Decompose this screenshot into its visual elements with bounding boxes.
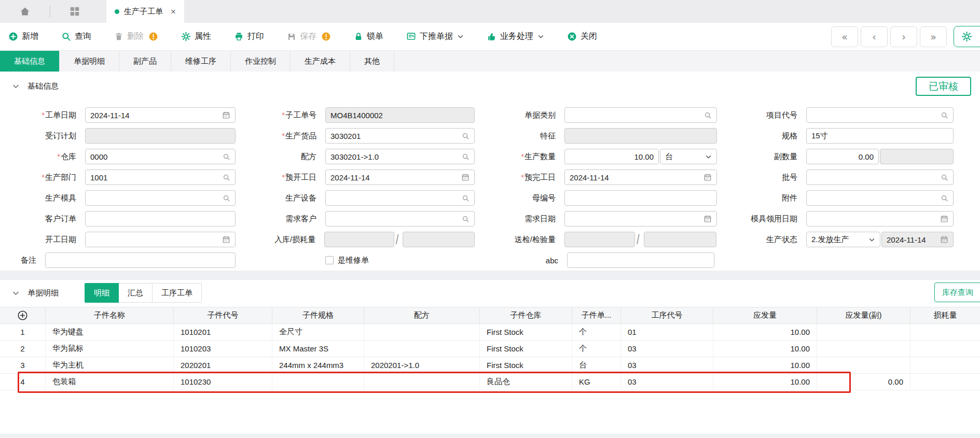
tab-副产品[interactable]: 副产品 bbox=[119, 51, 171, 72]
cell-qty[interactable]: 10.00 bbox=[713, 341, 817, 357]
tab-单据明细[interactable]: 单据明细 bbox=[60, 51, 119, 72]
cell-warehouse[interactable]: 良品仓 bbox=[480, 374, 572, 390]
field-生产模具-lookup-input[interactable] bbox=[85, 190, 236, 206]
field-模具领用日期-date-input[interactable] bbox=[806, 211, 954, 227]
field-生产货品-lookup-input[interactable]: 3030201 bbox=[325, 128, 475, 144]
cell-spec[interactable]: MX Master 3S bbox=[272, 341, 364, 357]
cell-unit[interactable]: 台 bbox=[572, 357, 621, 373]
field-客户订单-input[interactable] bbox=[85, 211, 236, 227]
cell-code[interactable]: 1010203 bbox=[174, 341, 272, 357]
table-row[interactable]: 4包装箱1010230良品仓KG0310.000.00 bbox=[0, 374, 980, 390]
cell-warehouse[interactable]: First Stock bbox=[480, 357, 572, 373]
field-预开工日-date-input[interactable]: 2024-11-14 bbox=[325, 169, 475, 185]
cell-process[interactable]: 03 bbox=[621, 374, 713, 390]
field-开工日期-date-input[interactable] bbox=[85, 232, 236, 247]
toolbar-delete-button[interactable]: 删除 bbox=[114, 31, 158, 42]
field-批号-lookup-input[interactable] bbox=[806, 169, 954, 185]
field-备注-input[interactable] bbox=[45, 252, 236, 268]
cell-recipe[interactable] bbox=[364, 374, 480, 390]
field-母编号-input[interactable] bbox=[564, 190, 717, 206]
cell-name[interactable]: 华为键盘 bbox=[46, 324, 174, 340]
home-tab[interactable] bbox=[0, 0, 50, 23]
detail-tab-汇总[interactable]: 汇总 bbox=[119, 283, 153, 303]
cell-qty[interactable]: 10.00 bbox=[713, 357, 817, 373]
toolbar-add-button[interactable]: 新增 bbox=[8, 31, 38, 42]
field-规格-input[interactable]: 15寸 bbox=[806, 128, 954, 144]
cell-num[interactable]: 2 bbox=[0, 341, 46, 357]
toolbar-lock-button[interactable]: 锁单 bbox=[354, 31, 383, 42]
column-header-num[interactable] bbox=[0, 307, 46, 323]
field-生产部门-lookup-input[interactable]: 1001 bbox=[85, 169, 236, 185]
record-nav-first-button[interactable]: « bbox=[831, 26, 858, 47]
toolbar-print-button[interactable]: 打印 bbox=[234, 31, 264, 42]
cell-qty_sub[interactable]: 0.00 bbox=[817, 374, 910, 390]
tab-生产成本[interactable]: 生产成本 bbox=[291, 51, 350, 72]
field-单据类别-lookup-input[interactable] bbox=[564, 107, 717, 123]
cell-num[interactable]: 3 bbox=[0, 357, 46, 373]
field-仓库-lookup-input[interactable]: 0000 bbox=[85, 149, 236, 164]
toolbar-query-button[interactable]: 查询 bbox=[61, 31, 91, 42]
cell-num[interactable]: 1 bbox=[0, 324, 46, 340]
record-nav-last-button[interactable]: » bbox=[920, 26, 947, 47]
cell-name[interactable]: 华为主机 bbox=[46, 357, 174, 373]
cell-unit[interactable]: 个 bbox=[572, 341, 621, 357]
cell-name[interactable]: 包装箱 bbox=[46, 374, 174, 390]
field-是维修单-checkbox[interactable] bbox=[325, 256, 334, 264]
toolbar-close-button[interactable]: 关闭 bbox=[567, 31, 597, 42]
cell-warehouse[interactable]: First Stock bbox=[480, 341, 572, 357]
cell-spec[interactable]: 全尺寸 bbox=[272, 324, 364, 340]
field-abc-input[interactable] bbox=[567, 252, 714, 268]
field-生产状态-select[interactable]: 2.发放生产 bbox=[806, 232, 880, 247]
close-tab-icon[interactable]: × bbox=[171, 7, 176, 16]
field-生产设备-lookup-input[interactable] bbox=[325, 190, 475, 206]
chevron-down-icon[interactable] bbox=[12, 289, 20, 297]
tab-基础信息[interactable]: 基础信息 bbox=[0, 51, 60, 72]
settings-button[interactable] bbox=[954, 26, 980, 47]
record-nav-next-button[interactable]: › bbox=[890, 26, 917, 47]
cell-name[interactable]: 华为鼠标 bbox=[46, 341, 174, 357]
cell-spec[interactable]: 244mm x 244mm3 bbox=[272, 357, 364, 373]
cell-qty[interactable]: 10.00 bbox=[713, 374, 817, 390]
field-配方-lookup-input[interactable]: 3030201->1.0 bbox=[325, 149, 475, 164]
table-row[interactable]: 2华为鼠标1010203MX Master 3SFirst Stock个0310… bbox=[0, 341, 980, 357]
cell-unit[interactable]: 个 bbox=[572, 324, 621, 340]
cell-code[interactable]: 1010230 bbox=[174, 374, 272, 390]
cell-spec[interactable] bbox=[272, 374, 364, 390]
cell-num[interactable]: 4 bbox=[0, 374, 46, 390]
field-工单日期-date-input[interactable]: 2024-11-14 bbox=[85, 107, 236, 123]
toolbar-props-button[interactable]: 属性 bbox=[181, 31, 211, 42]
detail-tab-明细[interactable]: 明细 bbox=[85, 283, 119, 303]
document-tab-production-suborder[interactable]: 生产子工单 × bbox=[106, 0, 184, 23]
table-row[interactable]: 1华为键盘1010201全尺寸First Stock个0110.00 bbox=[0, 324, 980, 341]
tab-维修工序[interactable]: 维修工序 bbox=[171, 51, 231, 72]
cell-code[interactable]: 1010201 bbox=[174, 324, 272, 340]
cell-qty_sub[interactable] bbox=[817, 341, 910, 357]
bottom-scrollbar-track[interactable] bbox=[0, 434, 980, 438]
apps-tab[interactable] bbox=[50, 0, 99, 23]
cell-qty[interactable]: 10.00 bbox=[713, 324, 817, 340]
field-副数量-input[interactable]: 0.00 bbox=[806, 149, 879, 164]
cell-recipe[interactable] bbox=[364, 324, 480, 340]
cell-loss[interactable] bbox=[910, 357, 980, 373]
cell-recipe[interactable]: 2020201->1.0 bbox=[364, 357, 480, 373]
cell-process[interactable]: 01 bbox=[621, 324, 713, 340]
tab-其他[interactable]: 其他 bbox=[350, 51, 394, 72]
field-生产数量-unit-select[interactable]: 台 bbox=[660, 149, 717, 164]
cell-recipe[interactable] bbox=[364, 341, 480, 357]
cell-code[interactable]: 2020201 bbox=[174, 357, 272, 373]
cell-loss[interactable] bbox=[910, 341, 980, 357]
field-项目代号-lookup-input[interactable] bbox=[806, 107, 954, 123]
cell-loss[interactable] bbox=[910, 374, 980, 390]
cell-qty_sub[interactable] bbox=[817, 324, 910, 340]
toolbar-business-button[interactable]: 业务处理 bbox=[487, 31, 544, 42]
toolbar-pushdown-button[interactable]: 下推单据 bbox=[406, 31, 464, 42]
field-预完工日-date-input[interactable]: 2024-11-14 bbox=[564, 169, 717, 185]
cell-unit[interactable]: KG bbox=[572, 374, 621, 390]
toolbar-save-button[interactable]: 保存 bbox=[287, 31, 331, 42]
field-生产数量-input[interactable]: 10.00 bbox=[564, 149, 659, 164]
cell-process[interactable]: 03 bbox=[621, 357, 713, 373]
cell-loss[interactable] bbox=[910, 324, 980, 340]
tab-作业控制[interactable]: 作业控制 bbox=[231, 51, 291, 72]
table-row[interactable]: 3华为主机2020201244mm x 244mm32020201->1.0Fi… bbox=[0, 357, 980, 374]
field-需求客户-lookup-input[interactable] bbox=[325, 211, 475, 227]
